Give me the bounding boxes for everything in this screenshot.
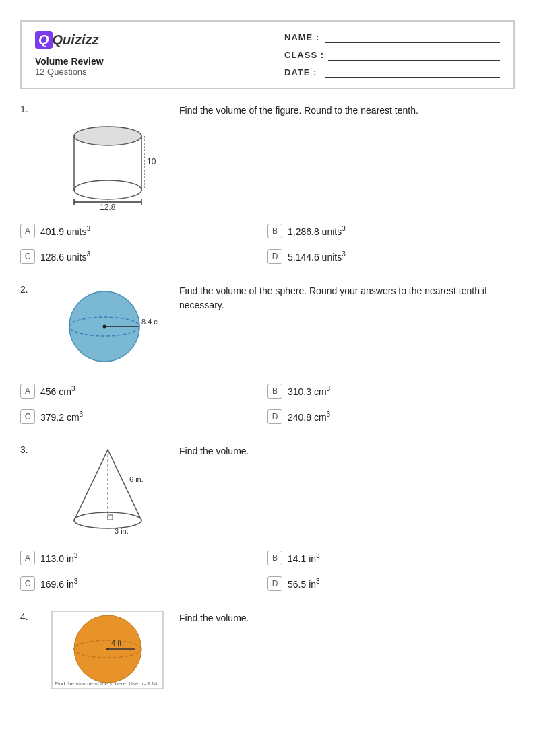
answer-text-1-c: 128.6 units3 [40, 250, 90, 263]
answer-3-a: A 113.0 in3 [20, 548, 268, 568]
answer-text-3-d: 56.5 in3 [288, 578, 320, 590]
question-3-row: 3. 6 in. 3 in. [20, 443, 515, 537]
letter-2-d: D [268, 409, 282, 424]
svg-text:12.8: 12.8 [100, 203, 116, 210]
answer-text-3-b: 14.1 in3 [288, 552, 320, 564]
answer-1-c: C 128.6 units3 [20, 246, 268, 267]
question-2-number: 2. [20, 283, 36, 295]
letter-3-d: D [268, 576, 282, 591]
question-2-answers: A 456 cm3 B 310.3 cm3 C 379.2 cm3 D 240.… [20, 381, 515, 427]
letter-b: B [268, 224, 282, 238]
question-4-number: 4. [20, 610, 36, 622]
svg-text:Find the volume of the sphere.: Find the volume of the sphere. Use π=3.1… [55, 681, 158, 687]
question-2: 2. 8.4 cm Fi [20, 283, 515, 427]
worksheet-subtitle: 12 Questions [35, 67, 104, 77]
question-3-answers: A 113.0 in3 B 14.1 in3 C 169.6 in3 D 56.… [20, 548, 515, 594]
question-1-text: Find the volume of the figure. Round to … [179, 102, 515, 118]
svg-point-25 [106, 648, 109, 650]
letter-c: C [20, 249, 35, 264]
logo: QQuizizz [35, 31, 104, 49]
answer-text-2-c: 379.2 cm3 [40, 411, 83, 423]
name-line[interactable] [325, 31, 500, 43]
question-2-row: 2. 8.4 cm Fi [20, 283, 515, 370]
answer-2-b: B 310.3 cm3 [268, 381, 515, 401]
svg-text:3 in.: 3 in. [115, 527, 129, 535]
answer-3-d: D 56.5 in3 [268, 574, 515, 594]
sphere-icon: 8.4 cm [57, 283, 158, 370]
svg-point-13 [103, 325, 106, 329]
question-1-row: 1. 10 12.8 [20, 102, 515, 210]
logo-text: Quizizz [53, 32, 99, 48]
question-4: 4. 4 ft [20, 610, 515, 691]
answer-3-c: C 169.6 in3 [20, 574, 268, 594]
answer-text-1-d: 5,144.6 units3 [288, 250, 346, 263]
letter-d: D [268, 249, 282, 264]
letter-2-c: C [20, 409, 35, 424]
question-1-answers: A 401.9 units3 B 1,286.8 units3 C 128.6 … [20, 221, 515, 267]
logo-area: QQuizizz Volume Review 12 Questions [35, 31, 104, 77]
date-row: DATE : [284, 66, 500, 78]
orange-sphere-icon: 4 ft Find the volume of the sphere. Use … [51, 610, 165, 691]
class-line[interactable] [328, 48, 500, 61]
svg-point-1 [74, 180, 141, 199]
logo-icon: Q [35, 31, 53, 49]
answer-text-1-a: 401.9 units3 [40, 225, 90, 237]
letter-2-a: A [20, 384, 35, 399]
letter-a: A [20, 224, 35, 238]
name-label: NAME : [284, 32, 321, 42]
svg-text:6 in.: 6 in. [129, 475, 144, 483]
answer-1-b: B 1,286.8 units3 [268, 221, 515, 241]
svg-text:4 ft: 4 ft [111, 639, 121, 647]
class-row: CLASS : [284, 48, 500, 61]
answer-2-d: D 240.8 cm3 [268, 407, 515, 427]
question-4-image: 4 ft Find the volume of the sphere. Use … [47, 610, 168, 691]
class-label: CLASS : [284, 50, 324, 60]
answer-1-a: A 401.9 units3 [20, 221, 268, 241]
letter-2-b: B [268, 384, 282, 399]
question-1-image: 10 12.8 [47, 102, 168, 210]
date-line[interactable] [325, 66, 500, 78]
answer-text-3-c: 169.6 in3 [40, 578, 77, 590]
question-3-text: Find the volume. [179, 443, 515, 458]
question-1: 1. 10 12.8 [20, 102, 515, 267]
answer-text-2-a: 456 cm3 [40, 385, 75, 397]
answer-2-a: A 456 cm3 [20, 381, 268, 401]
svg-point-2 [74, 127, 141, 145]
question-3-image: 6 in. 3 in. [47, 443, 168, 537]
letter-3-b: B [268, 551, 282, 565]
cone-icon: 6 in. 3 in. [54, 443, 162, 537]
question-4-text: Find the volume. [179, 610, 515, 625]
letter-3-c: C [20, 576, 35, 591]
answer-text-1-b: 1,286.8 units3 [288, 225, 346, 237]
page: QQuizizz Volume Review 12 Questions NAME… [0, 20, 535, 756]
answer-3-b: B 14.1 in3 [268, 548, 515, 568]
answer-text-3-a: 113.0 in3 [40, 552, 77, 564]
name-row: NAME : [284, 31, 500, 43]
svg-text:8.4 cm: 8.4 cm [141, 318, 158, 326]
questions-container: 1. 10 12.8 [0, 102, 535, 691]
date-label: DATE : [284, 67, 321, 77]
question-3-number: 3. [20, 443, 36, 455]
answer-text-2-d: 240.8 cm3 [288, 411, 330, 423]
form-fields: NAME : CLASS : DATE : [284, 31, 500, 78]
worksheet-title: Volume Review [35, 56, 104, 67]
question-2-text: Find the volume of the sphere. Round you… [179, 283, 515, 312]
header: QQuizizz Volume Review 12 Questions NAME… [20, 20, 515, 89]
question-2-image: 8.4 cm [47, 283, 168, 370]
cylinder-icon: 10 12.8 [54, 102, 162, 210]
answer-text-2-b: 310.3 cm3 [288, 385, 330, 397]
question-3: 3. 6 in. 3 in. [20, 443, 515, 594]
answer-2-c: C 379.2 cm3 [20, 407, 268, 427]
answer-1-d: D 5,144.6 units3 [268, 246, 515, 267]
question-4-row: 4. 4 ft [20, 610, 515, 691]
svg-text:10: 10 [147, 157, 156, 166]
question-1-number: 1. [20, 102, 36, 114]
letter-3-a: A [20, 551, 35, 565]
